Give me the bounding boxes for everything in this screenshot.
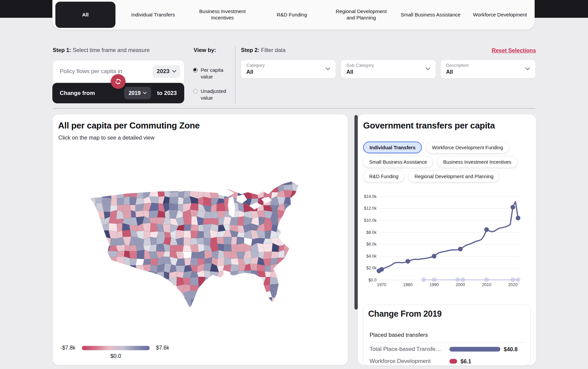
policy-flow-label: Policy flows per capita in (60, 68, 122, 75)
change-row-value: $40.8 (504, 346, 518, 353)
legend-mid-label: $0.0 (102, 353, 129, 359)
change-row-bar (449, 359, 457, 364)
swap-years-button[interactable] (111, 74, 126, 89)
radio-per-capita[interactable]: Per capita value (193, 67, 233, 80)
pill-small-business-assistance[interactable]: Small Business Assistance (363, 156, 433, 168)
change-from-year-select[interactable]: 2019 (124, 87, 151, 99)
change-row-label: Total Place-based Transfe… (370, 346, 449, 353)
change-row-workforce-development: Workforce Development $6.1 (370, 358, 527, 365)
description-filter-label: Description (446, 63, 469, 68)
us-choropleth-map[interactable] (77, 177, 332, 339)
step2-text: Filter data (261, 47, 286, 53)
svg-text:$10.0k: $10.0k (364, 218, 377, 223)
svg-text:2010: 2010 (482, 282, 491, 287)
pill-regional-development-planning[interactable]: Regional Development and Planning (408, 170, 499, 182)
tab-regional-development-planning[interactable]: Regional Development and Planning (327, 0, 396, 30)
svg-text:2000: 2000 (456, 282, 465, 287)
radio-per-capita-label: Per capita value (201, 67, 232, 80)
legend-min-label: -$7.8k (60, 345, 75, 351)
chart-title: Government transfers per capita (363, 120, 495, 131)
category-filter-value: All (246, 69, 253, 75)
radio-unadjusted-label: Unadjusted value (201, 88, 232, 101)
chart-panel: Government transfers per capita Individu… (358, 114, 536, 365)
svg-text:$6.0k: $6.0k (366, 242, 377, 247)
step1-label: Step 1: (53, 47, 71, 53)
subcategory-filter[interactable]: Sub Category All (341, 60, 436, 78)
pill-rd-funding[interactable]: R&D Funding (363, 170, 404, 182)
radio-selected-icon (193, 68, 198, 72)
svg-text:$14.0k: $14.0k (364, 194, 377, 199)
tab-all[interactable]: All (55, 2, 115, 28)
svg-text:2020: 2020 (508, 282, 518, 287)
svg-text:1990: 1990 (429, 282, 439, 287)
pill-business-investment-incentives[interactable]: Business Investment Incentives (437, 156, 517, 168)
radio-unselected-icon (193, 89, 198, 94)
svg-text:$8.0k: $8.0k (366, 230, 377, 235)
description-filter[interactable]: Description All (441, 60, 535, 78)
step2-label: Step 2: (241, 47, 259, 53)
map-panel: All per capita per Commuting Zone Click … (53, 114, 348, 365)
subcategory-filter-label: Sub Category (346, 63, 374, 68)
pill-individual-transfers[interactable]: Individual Transfers (363, 142, 422, 153)
change-row-total-place-based: Total Place-based Transfe… $40.8 (370, 346, 527, 353)
svg-text:$0.0: $0.0 (369, 278, 377, 282)
tab-individual-transfers[interactable]: Individual Transfers (118, 0, 188, 30)
reset-selections-link[interactable]: Reset Selections (492, 47, 536, 54)
change-card-section: Placed based transfers (370, 332, 428, 338)
legend-max-label: $7.6k (156, 345, 169, 351)
chevron-down-icon (426, 67, 430, 70)
category-filter-label: Category (246, 63, 265, 68)
year-select-value: 2023 (157, 68, 169, 75)
vertical-scrollbar[interactable] (354, 115, 358, 310)
change-from-year-value: 2019 (129, 90, 141, 96)
description-filter-value: All (446, 69, 453, 75)
map-title: All per capita per Commuting Zone (58, 120, 200, 131)
chevron-down-icon (172, 70, 176, 73)
change-row-value: $6.1 (460, 358, 471, 365)
section-divider (235, 46, 236, 104)
map-subtitle: Click on the map to see a detailed view (58, 135, 154, 141)
svg-text:$2.0k: $2.0k (366, 266, 377, 270)
change-card-divider (370, 342, 525, 343)
change-to-label: to 2023 (157, 90, 177, 97)
svg-text:1980: 1980 (403, 282, 412, 287)
year-select[interactable]: 2023 (153, 65, 180, 78)
tab-business-investment-incentives[interactable]: Business Investment Incentives (188, 0, 257, 30)
content-divider (53, 108, 535, 109)
step1-heading: Step 1: Select time frame and measure (53, 47, 150, 53)
change-card-title: Change From 2019 (368, 309, 442, 319)
chevron-down-icon (143, 92, 147, 94)
category-filter[interactable]: Category All (241, 60, 336, 78)
chevron-down-icon (525, 67, 530, 70)
change-row-label: Workforce Development (370, 358, 449, 365)
svg-text:$4.0k: $4.0k (366, 254, 377, 259)
transfers-line-chart: $0.0$2.0k$4.0k$6.0k$8.0k$10.0k$12.0k$14.… (361, 190, 529, 292)
series-pill-group: Individual Transfers Workforce Developme… (363, 142, 531, 182)
change-from-label: Change from (60, 90, 95, 97)
step2-heading: Step 2: Filter data (241, 47, 286, 53)
svg-text:$12.0k: $12.0k (364, 206, 377, 211)
subcategory-filter-value: All (346, 69, 353, 75)
change-row-bar (449, 347, 500, 352)
step1-text: Select time frame and measure (73, 47, 150, 53)
tab-workforce-development[interactable]: Workforce Development (465, 0, 535, 30)
legend-gradient-bar (82, 346, 150, 350)
category-tab-bar: All Individual Transfers Business Invest… (52, 0, 535, 30)
svg-text:1970: 1970 (377, 282, 386, 287)
pill-workforce-development-funding[interactable]: Workforce Development Funding (426, 142, 509, 153)
tab-small-business-assistance[interactable]: Small Business Assistance (396, 0, 466, 30)
chevron-down-icon (326, 67, 330, 70)
dashboard-page: All Individual Transfers Business Invest… (0, 0, 588, 369)
view-by-heading: View by: (194, 47, 216, 53)
tab-rd-funding[interactable]: R&D Funding (257, 0, 327, 30)
sync-icon (114, 77, 122, 86)
change-from-2019-card: Change From 2019 Placed based transfers … (363, 305, 531, 366)
radio-unadjusted[interactable]: Unadjusted value (193, 88, 233, 101)
